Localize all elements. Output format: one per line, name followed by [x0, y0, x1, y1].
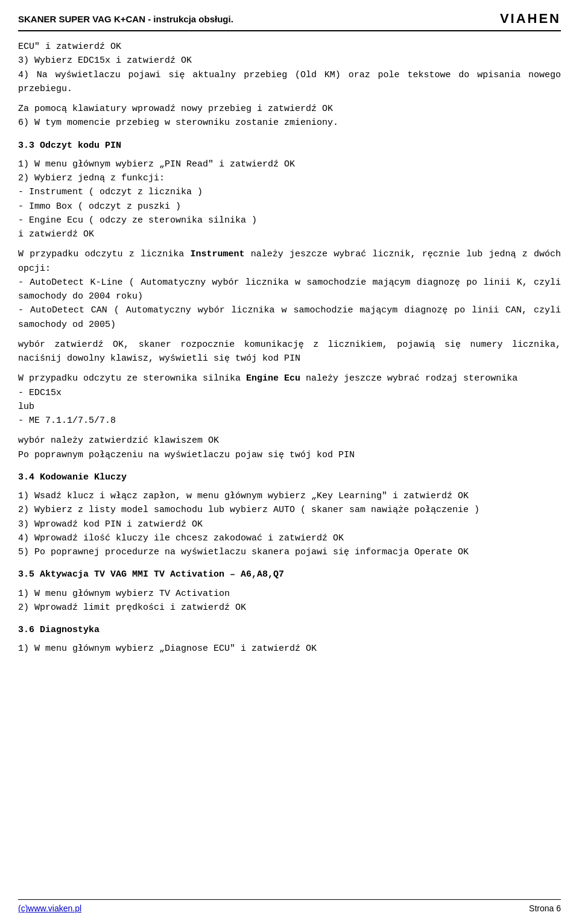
section-33-list8: - ME 7.1.1/7.5/7.8 — [18, 416, 116, 426]
section-33-p1: 1) W menu głównym wybierz „PIN Read" i z… — [18, 159, 295, 169]
section-33-p6-post: należy jeszcze wybrać rodzaj sterownika — [300, 373, 517, 384]
intro-text-4: Za pomocą klawiatury wprowadź nowy przeb… — [18, 104, 333, 114]
section-33-list4: - AutoDetect K-Line ( Automatyczny wybór… — [18, 277, 561, 302]
section-35-heading: 3.5 Aktywacja TV VAG MMI TV Activation –… — [18, 568, 561, 581]
section-33-p6-pre: W przypadku odczytu ze sterownika silnik… — [18, 373, 246, 384]
section-33-body: 1) W menu głównym wybierz „PIN Read" i z… — [18, 157, 561, 242]
section-33-p6-bold: Engine Ecu — [246, 373, 300, 384]
intro-text-1: ECU" i zatwierdź OK — [18, 42, 121, 52]
intro-para-2: Za pomocą klawiatury wprowadź nowy przeb… — [18, 102, 561, 130]
footer-link[interactable]: (c)www.viaken.pl — [18, 903, 81, 913]
section-36-heading-text: 3.6 Diagnostyka — [18, 625, 100, 635]
page: SKANER SUPER VAG K+CAN - instrukcja obsł… — [0, 0, 579, 924]
section-35-heading-text: 3.5 Aktywacja TV VAG MMI TV Activation –… — [18, 569, 284, 580]
section-33-list2: - Immo Box ( odczyt z puszki ) — [18, 201, 181, 212]
section-33-p4-bold: Instrument — [190, 249, 244, 259]
page-title: SKANER SUPER VAG K+CAN - instrukcja obsł… — [18, 14, 233, 24]
intro-para-1: ECU" i zatwierdź OK 3) Wybierz EDC15x i … — [18, 40, 561, 96]
section-33-p2: 2) Wybierz jedną z funkcji: — [18, 173, 165, 183]
section-33-heading: 3.3 Odczyt kodu PIN — [18, 139, 561, 153]
section-33-pin: wybór zatwierdź OK, skaner rozpocznie ko… — [18, 338, 561, 366]
section-33-p8: Po poprawnym połączeniu na wyświetlaczu … — [18, 450, 355, 460]
section-33-list7: lub — [18, 402, 34, 412]
intro-text-5: 6) W tym momencie przebieg w sterowniku … — [18, 118, 338, 128]
section-33-list1: - Instrument ( odczyt z licznika ) — [18, 187, 203, 197]
section-36-heading: 3.6 Diagnostyka — [18, 623, 561, 637]
section-34-body: 1) Wsadź klucz i włącz zapłon, w menu gł… — [18, 489, 561, 559]
section-33-p7: wybór należy zatwierdzić klawiszem OK — [18, 435, 219, 446]
section-34-p2: 2) Wybierz z listy model samochodu lub w… — [18, 505, 479, 515]
section-33-list5: - AutoDetect CAN ( Automatyczny wybór li… — [18, 305, 561, 329]
page-header: SKANER SUPER VAG K+CAN - instrukcja obsł… — [18, 11, 561, 31]
page-footer: (c)www.viaken.pl Strona 6 — [18, 899, 561, 913]
section-36-p1: 1) W menu głównym wybierz „Diagnose ECU"… — [18, 644, 317, 654]
logo-area: VIAHEN — [500, 11, 561, 27]
section-34-p3: 3) Wprowadź kod PIN i zatwierdź OK — [18, 519, 203, 530]
section-33-ok: wybór należy zatwierdzić klawiszem OK Po… — [18, 434, 561, 462]
section-36-body: 1) W menu głównym wybierz „Diagnose ECU"… — [18, 642, 561, 656]
section-33-p4-pre: W przypadku odczytu z licznika — [18, 249, 190, 259]
section-35-body: 1) W menu głównym wybierz TV Activation … — [18, 587, 561, 615]
section-33-list6: - EDC15x — [18, 388, 62, 398]
section-34-heading: 3.4 Kodowanie Kluczy — [18, 470, 561, 484]
main-content: ECU" i zatwierdź OK 3) Wybierz EDC15x i … — [18, 40, 561, 656]
section-34-p5: 5) Po poprawnej procedurze na wyświetlac… — [18, 547, 469, 557]
section-34-p4: 4) Wprowadź ilość kluczy ile chcesz zako… — [18, 533, 344, 543]
section-33-list3: - Engine Ecu ( odczy ze sterownika silni… — [18, 215, 257, 226]
logo: VIAHEN — [500, 11, 561, 27]
intro-text-2: 3) Wybierz EDC15x i zatwierdź OK — [18, 55, 192, 66]
section-33-engine: W przypadku odczytu ze sterownika silnik… — [18, 372, 561, 428]
section-33-p5: wybór zatwierdź OK, skaner rozpocznie ko… — [18, 340, 561, 364]
section-33-instrument: W przypadku odczytu z licznika Instrumen… — [18, 247, 561, 332]
footer-page-number: Strona 6 — [529, 903, 561, 913]
section-35-p2: 2) Wprowadź limit prędkości i zatwierdź … — [18, 603, 246, 613]
section-35-p1: 1) W menu głównym wybierz TV Activation — [18, 589, 230, 599]
section-34-p1: 1) Wsadź klucz i włącz zapłon, w menu gł… — [18, 491, 469, 501]
intro-text-3: 4) Na wyświetlaczu pojawi się aktualny p… — [18, 70, 561, 94]
section-33-p3: i zatwierdź OK — [18, 229, 94, 239]
